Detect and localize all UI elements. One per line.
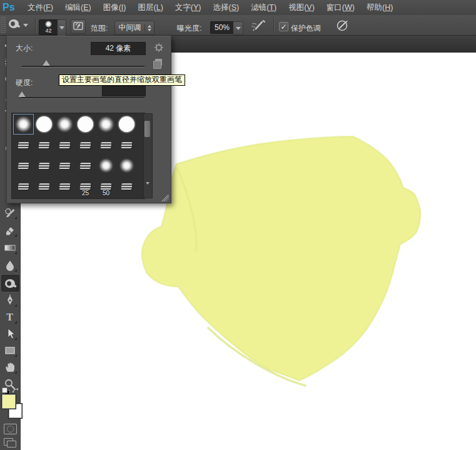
quick-mask-icon — [7, 426, 14, 432]
hardness-slider-thumb[interactable] — [18, 91, 26, 97]
gear-icon — [154, 43, 164, 53]
brush-preset[interactable] — [54, 114, 75, 135]
protect-tones-checkbox[interactable]: ✓ — [279, 22, 288, 31]
type-tool-glyph: T — [6, 312, 13, 323]
options-bar-grip[interactable] — [1, 17, 6, 33]
brush-thumbnail — [121, 142, 132, 148]
menu-select[interactable]: 选择(S) — [213, 3, 239, 13]
brush-preset[interactable] — [96, 135, 116, 155]
brush-preset[interactable]: 25 — [75, 176, 96, 197]
menu-bar: Ps 文件(F)编辑(E)图像(I)图层(L)文字(Y)选择(S)滤镜(T)视图… — [0, 0, 476, 16]
brush-preset[interactable] — [34, 176, 54, 197]
brush-preset[interactable]: 50 — [96, 176, 116, 197]
brush-tip-icon — [45, 21, 52, 28]
brush-preset[interactable] — [34, 114, 54, 135]
scrollbar-thumb[interactable] — [144, 121, 150, 137]
tool-preset-picker[interactable] — [8, 18, 33, 33]
quick-mask-button[interactable] — [4, 424, 17, 434]
brush-thumbnail — [18, 183, 29, 190]
pen-tool[interactable] — [1, 292, 18, 308]
chevron-down-icon — [236, 27, 241, 30]
menu-window[interactable]: 窗口(W) — [327, 3, 355, 13]
foreground-color-swatch[interactable] — [1, 394, 16, 409]
type-tool[interactable]: T — [1, 309, 18, 325]
brush-preset-size-label: 25 — [75, 190, 96, 197]
exposure-label: 曝光度: — [177, 23, 201, 34]
brush-preset[interactable] — [54, 176, 75, 197]
brush-preset[interactable] — [116, 155, 137, 176]
menu-file[interactable]: 文件(F) — [28, 3, 53, 13]
chevron-down-icon — [23, 24, 28, 27]
size-slider-thumb[interactable] — [43, 60, 50, 66]
menu-layer[interactable]: 图层(L) — [138, 3, 163, 13]
exposure-dropdown-button[interactable] — [233, 21, 243, 35]
brush-preset[interactable] — [34, 135, 54, 155]
range-value: 中间调 — [115, 23, 144, 33]
brush-preset[interactable] — [13, 114, 34, 135]
burn-tool[interactable] — [1, 275, 19, 292]
screen-mode-button[interactable] — [4, 438, 16, 447]
eraser-tool[interactable] — [1, 222, 18, 238]
brush-thumbnail — [15, 116, 32, 133]
brush-preset[interactable] — [75, 155, 96, 176]
menu-view[interactable]: 视图(V) — [288, 3, 315, 13]
scroll-down-icon[interactable] — [146, 185, 149, 196]
brush-preset-panel: 大小: 42 像素 硬度: 2550 — [6, 36, 171, 203]
history-brush-tool[interactable] — [1, 205, 18, 220]
separator — [35, 17, 36, 33]
brush-thumbnail — [18, 142, 29, 148]
brush-preset-preview[interactable]: 42 — [39, 19, 58, 35]
brush-thumbnail — [56, 116, 73, 133]
brush-preset[interactable] — [96, 114, 116, 135]
size-slider[interactable] — [22, 66, 144, 68]
brush-preset[interactable] — [116, 176, 137, 197]
airbrush-toggle[interactable] — [250, 19, 266, 35]
brush-preset[interactable] — [75, 114, 96, 135]
panel-menu-button[interactable] — [152, 42, 166, 53]
brush-preset[interactable] — [13, 155, 34, 176]
rectangle-tool[interactable] — [1, 342, 18, 358]
hardness-slider[interactable] — [22, 97, 144, 99]
brush-preset[interactable] — [75, 135, 96, 155]
size-value-field[interactable]: 42 像素 — [91, 42, 146, 55]
brush-thumbnail — [79, 183, 91, 190]
photoshop-logo: Ps — [0, 2, 28, 13]
brush-panel-icon — [73, 21, 83, 33]
create-new-brush-button[interactable] — [153, 59, 163, 68]
brush-preset[interactable] — [13, 176, 34, 197]
path-selection-tool[interactable] — [1, 325, 18, 341]
menu-filter[interactable]: 滤镜(T) — [251, 3, 276, 13]
options-bar: 42 范围: 中间调 曝光度: 50% ✓ 保护色调 — [0, 15, 476, 36]
toggle-brush-panel-button[interactable] — [71, 19, 86, 34]
menu-edit[interactable]: 编辑(E) — [65, 3, 91, 13]
brush-thumbnail — [38, 142, 49, 148]
brush-preset[interactable] — [34, 155, 54, 176]
panel-resize-grip[interactable] — [161, 195, 169, 202]
hardness-value-field[interactable] — [102, 86, 146, 96]
check-icon: ✓ — [280, 23, 286, 31]
brush-thumbnail — [119, 116, 134, 132]
menu-type[interactable]: 文字(Y) — [175, 3, 201, 13]
menu-help[interactable]: 帮助(H) — [367, 3, 393, 13]
brush-preset[interactable] — [116, 135, 137, 155]
brush-thumbnail — [98, 158, 114, 173]
tablet-pressure-toggle[interactable] — [336, 19, 350, 34]
brush-preset[interactable] — [54, 135, 75, 155]
size-label: 大小: — [16, 43, 33, 54]
tooltip: 设置主要画笔的直径并缩放双重画笔 — [59, 74, 185, 86]
menu-items: 文件(F)编辑(E)图像(I)图层(L)文字(Y)选择(S)滤镜(T)视图(V)… — [28, 3, 393, 13]
hand-tool[interactable] — [1, 359, 18, 375]
preset-scrollbar[interactable] — [143, 113, 153, 198]
brush-preset-list: 2550 — [11, 113, 145, 199]
brush-thumbnail — [121, 183, 132, 190]
brush-preset[interactable] — [116, 114, 137, 135]
range-dropdown[interactable]: 中间调 — [114, 21, 154, 35]
exposure-input[interactable]: 50% — [210, 21, 234, 34]
brush-preset[interactable] — [54, 155, 75, 176]
gradient-tool[interactable] — [1, 240, 18, 255]
brush-preset[interactable] — [96, 155, 116, 176]
menu-image[interactable]: 图像(I) — [103, 3, 126, 13]
brush-preset[interactable] — [13, 135, 34, 155]
blur-tool[interactable] — [1, 257, 18, 273]
brush-preset-dropdown-button[interactable] — [58, 19, 66, 36]
